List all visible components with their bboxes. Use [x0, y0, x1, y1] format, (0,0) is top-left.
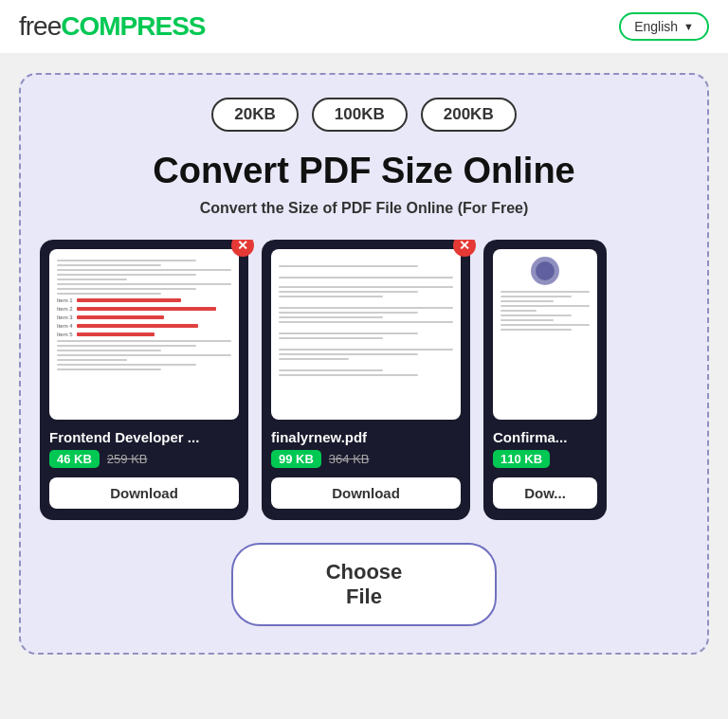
card-1-size-new: 46 KB: [49, 450, 100, 468]
card-2-sizes: 99 KB 364 KB: [271, 450, 461, 468]
logo-compress: COMPRESS: [61, 11, 205, 41]
language-button[interactable]: English ▼: [619, 12, 709, 41]
language-label: English: [634, 19, 678, 34]
download-button-3[interactable]: Dow...: [493, 477, 597, 509]
card-3-filename: Confirma...: [493, 429, 597, 445]
card-1-size-old: 259 KB: [107, 452, 148, 466]
size-pill-200kb[interactable]: 200KB: [421, 98, 517, 132]
page-title: Convert PDF Size Online: [40, 151, 688, 192]
page-subtitle: Convert the Size of PDF File Online (For…: [40, 200, 688, 217]
download-button-1[interactable]: Download: [49, 477, 239, 509]
card-1-filename: Frontend Developer ...: [49, 429, 239, 445]
cards-row: ✕ Item 1: [40, 240, 688, 520]
card-3-sizes: 110 KB: [493, 450, 597, 468]
logo: freeCOMPRESS: [19, 11, 206, 42]
pdf-card-2: ✕: [262, 240, 470, 520]
card-2-size-old: 364 KB: [329, 452, 370, 466]
header: freeCOMPRESS English ▼: [0, 0, 728, 54]
size-pill-100kb[interactable]: 100KB: [312, 98, 408, 132]
main-content: 20KB 100KB 200KB Convert PDF Size Online…: [0, 54, 728, 674]
choose-file-button[interactable]: Choose File: [231, 543, 497, 626]
pdf-card-3: Confirma... 110 KB Dow...: [483, 240, 607, 520]
pdf-preview-3: [493, 249, 597, 420]
size-pill-20kb[interactable]: 20KB: [211, 98, 298, 132]
pdf-card-1: ✕ Item 1: [40, 240, 248, 520]
dashed-container: 20KB 100KB 200KB Convert PDF Size Online…: [19, 73, 709, 655]
pdf-preview-1: Item 1 Item 2 Item 3 Item 4: [49, 249, 239, 420]
card-1-sizes: 46 KB 259 KB: [49, 450, 239, 468]
download-button-2[interactable]: Download: [271, 477, 461, 509]
chevron-down-icon: ▼: [683, 21, 694, 32]
card-2-size-new: 99 KB: [271, 450, 321, 468]
close-button-2[interactable]: ✕: [453, 240, 476, 257]
card-3-size-new: 110 KB: [493, 450, 550, 468]
pdf-preview-2: [271, 249, 461, 420]
size-pills-row: 20KB 100KB 200KB: [40, 98, 688, 132]
card-2-filename: finalyrnew.pdf: [271, 429, 461, 445]
close-button-1[interactable]: ✕: [231, 240, 254, 257]
logo-free: free: [19, 11, 61, 41]
